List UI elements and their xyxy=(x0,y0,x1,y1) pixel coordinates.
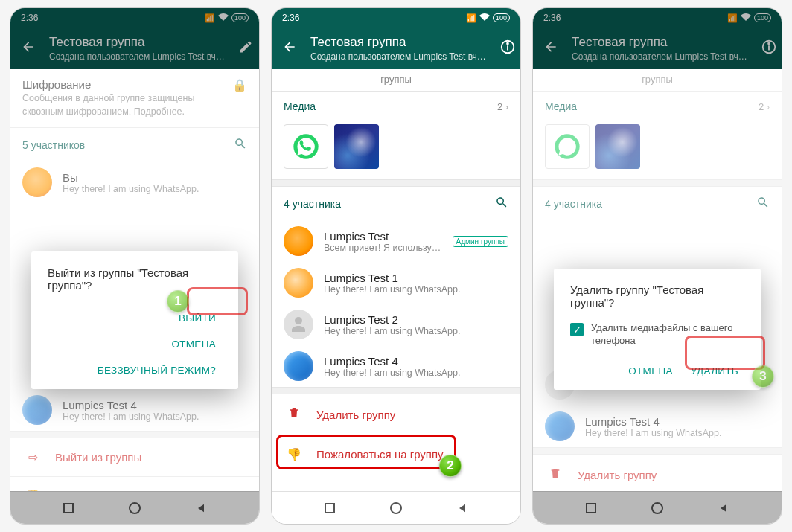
delete-group-dialog: Удалить группу "Тестовая группа"? ✓ Удал… xyxy=(554,269,761,390)
avatar xyxy=(284,310,313,339)
status-icons: 📶 100 xyxy=(205,13,249,23)
phone-screenshot-2: 2:36 📶 100 Тестовая группа Создана польз… xyxy=(271,7,521,525)
nav-back[interactable] xyxy=(193,500,209,516)
admin-badge: Админ группы xyxy=(453,236,508,247)
member-l4[interactable]: Lumpics Test 4 Hey there! I am using Wha… xyxy=(533,406,782,447)
nav-recent[interactable] xyxy=(60,500,77,516)
delete-group-action[interactable]: Удалить группу xyxy=(533,455,782,491)
group-title: Тестовая группа xyxy=(49,35,225,50)
highlight-exit xyxy=(187,287,248,315)
nav-bar xyxy=(10,491,259,524)
search-icon[interactable] xyxy=(495,196,508,211)
report-group-action[interactable]: 👎 Пожаловаться на группу xyxy=(10,477,259,491)
encryption-title: Шифрование xyxy=(22,78,208,91)
member-l2[interactable]: Lumpics Test 2 Hey there! I am using Wha… xyxy=(272,304,520,345)
media-thumb-2[interactable] xyxy=(334,124,379,169)
back-icon[interactable] xyxy=(21,39,36,57)
content-area: Шифрование Сообщения в данной группе защ… xyxy=(10,69,259,491)
mute-button[interactable]: БЕЗЗВУЧНЫЙ РЕЖИМ? xyxy=(92,357,222,383)
exit-group-dialog: Выйти из группы "Тестовая группа"? ВЫЙТИ… xyxy=(31,251,238,389)
chevron-right-icon: › xyxy=(767,102,770,112)
step-badge-1: 1 xyxy=(167,290,189,313)
step-badge-3: 3 xyxy=(752,365,774,388)
avatar xyxy=(284,351,313,381)
content-area: группы Медиа 2 › 4 участника Удалить гру… xyxy=(533,69,782,491)
nav-back[interactable] xyxy=(715,500,732,516)
search-icon[interactable] xyxy=(234,137,247,153)
trash-icon xyxy=(287,406,301,423)
avatar xyxy=(545,411,575,441)
nav-back[interactable] xyxy=(454,500,470,516)
avatar xyxy=(22,395,52,425)
status-icons: 📶 100 xyxy=(466,13,510,23)
member-l1[interactable]: Lumpics Test 1 Hey there! I am using Wha… xyxy=(272,262,520,304)
back-icon[interactable] xyxy=(543,39,558,57)
info-icon[interactable] xyxy=(761,39,777,58)
avatar xyxy=(22,167,52,197)
nav-home[interactable] xyxy=(388,500,404,516)
group-title: Тестовая группа xyxy=(310,35,486,50)
thumbs-down-icon: 👎 xyxy=(25,489,40,491)
lock-icon: 🔒 xyxy=(232,78,247,92)
app-bar: Тестовая группа Создана пользователем Lu… xyxy=(533,28,782,69)
highlight-delete-btn xyxy=(685,336,765,370)
media-thumb-2[interactable] xyxy=(595,124,640,169)
group-subtitle: Создана пользователем Lumpics Test вч… xyxy=(49,51,225,62)
svg-point-6 xyxy=(768,43,770,45)
cancel-button[interactable]: ОТМЕНА xyxy=(165,331,222,357)
member-you[interactable]: Вы Hey there! I am using WhatsApp. xyxy=(10,161,259,203)
status-icons: 📶 100 xyxy=(727,13,771,23)
edit-icon[interactable] xyxy=(238,39,253,57)
checkbox[interactable]: ✓ xyxy=(570,323,584,336)
group-subtitle: Создана пользователем Lumpics Test вч… xyxy=(572,51,747,62)
clock: 2:36 xyxy=(543,13,561,23)
nav-recent[interactable] xyxy=(583,500,599,516)
truncated-label: группы xyxy=(272,69,520,91)
media-thumb-1[interactable] xyxy=(284,124,328,169)
battery-icon: 100 xyxy=(231,13,249,22)
chevron-right-icon: › xyxy=(505,102,508,112)
group-title: Тестовая группа xyxy=(572,35,747,50)
exit-group-action[interactable]: ⇨ Выйти из группы xyxy=(10,438,259,476)
app-bar: Тестовая группа Создана пользователем Lu… xyxy=(272,28,520,69)
status-bar: 2:36 📶 100 xyxy=(10,8,259,28)
cancel-button[interactable]: ОТМЕНА xyxy=(622,358,679,384)
trash-icon xyxy=(548,467,563,483)
back-icon[interactable] xyxy=(282,39,297,57)
status-bar: 2:36 📶 100 xyxy=(533,8,782,28)
truncated-label: группы xyxy=(533,69,782,91)
encryption-subtitle: Сообщения в данной группе защищены сквоз… xyxy=(22,92,208,118)
content-area: группы Медиа 2 › 4 участника Lumpics Tes… xyxy=(272,69,520,491)
battery-icon: 100 xyxy=(493,13,510,22)
member-l4[interactable]: Lumpics Test 4 Hey there! I am using Wha… xyxy=(272,345,520,387)
signal-icon: 📶 xyxy=(205,13,215,23)
member-lumpics[interactable]: Lumpics Test Всем привет! Я использую Wh… xyxy=(272,220,520,262)
exit-icon: ⇨ xyxy=(25,450,40,464)
highlight-delete xyxy=(276,435,456,469)
phone-screenshot-3: 2:36 📶 100 Тестовая группа Создана польз… xyxy=(532,7,782,525)
media-section[interactable]: Медиа 2 › xyxy=(533,92,782,121)
status-bar: 2:36 📶 100 xyxy=(272,8,520,28)
step-badge-2: 2 xyxy=(439,455,462,477)
members-count: 5 участников xyxy=(22,139,85,151)
media-thumb-1[interactable] xyxy=(545,124,590,169)
delete-group-action[interactable]: Удалить группу xyxy=(272,394,520,435)
nav-recent[interactable] xyxy=(322,500,338,516)
members-count: 4 участника xyxy=(545,198,602,210)
signal-icon: 📶 xyxy=(466,13,476,23)
phone-screenshot-1: 2:36 📶 100 Тестовая группа Создана польз… xyxy=(10,7,260,525)
nav-home[interactable] xyxy=(127,500,143,516)
wifi-icon xyxy=(218,13,229,22)
battery-icon: 100 xyxy=(754,13,771,22)
clock: 2:36 xyxy=(282,13,299,23)
nav-home[interactable] xyxy=(649,500,665,516)
media-section[interactable]: Медиа 2 › xyxy=(272,92,520,121)
signal-icon: 📶 xyxy=(727,13,738,23)
wifi-icon xyxy=(741,13,751,22)
app-bar: Тестовая группа Создана пользователем Lu… xyxy=(10,28,259,69)
info-icon[interactable] xyxy=(499,39,516,58)
search-icon[interactable] xyxy=(756,196,770,211)
member-l4[interactable]: Lumpics Test 4 Hey there! I am using Wha… xyxy=(10,389,259,431)
avatar xyxy=(284,226,313,256)
svg-point-2 xyxy=(507,43,508,45)
